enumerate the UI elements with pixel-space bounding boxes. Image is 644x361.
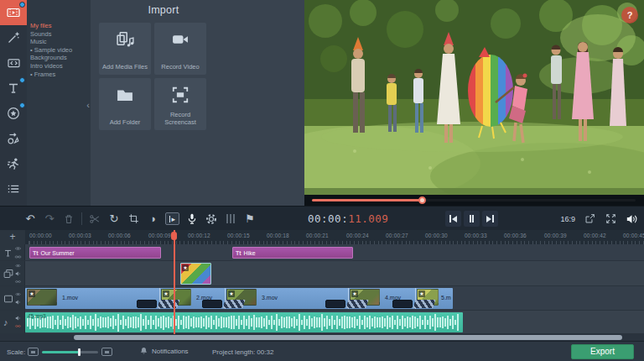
transition-indicator[interactable] — [392, 300, 413, 308]
volume-button[interactable] — [625, 212, 638, 226]
add-track-button[interactable]: + — [0, 230, 25, 244]
sidebar-item-more[interactable] — [0, 176, 27, 201]
ruler-track[interactable]: 00:00:00 00:00:03 00:00:06 00:00:09 00:0… — [25, 230, 644, 244]
pause-button[interactable] — [464, 211, 480, 227]
star-badge-icon: ★ — [182, 264, 189, 271]
ruler-label: 00:00:24 — [346, 233, 369, 238]
playhead-handle[interactable] — [171, 232, 177, 240]
ruler-label: 00:00:33 — [465, 233, 487, 238]
split-icon-arrow: ▸ — [171, 215, 175, 223]
audio-track-header: ♪ — [0, 311, 25, 333]
fullscreen-button[interactable] — [604, 212, 617, 226]
timeline-scale-slider[interactable] — [42, 351, 98, 353]
help-button[interactable]: ? — [621, 7, 638, 24]
timeline-ruler[interactable]: 00:00:00 00:00:03 00:00:06 00:00:09 00:0… — [0, 230, 644, 244]
sidebar-item-import[interactable] — [0, 0, 27, 25]
seek-bar-knob[interactable] — [418, 196, 426, 204]
seek-bar[interactable] — [312, 199, 636, 201]
transition-icon[interactable] — [345, 300, 368, 308]
record-video-label: Record Video — [158, 64, 201, 71]
record-screencast-button[interactable]: Record Screencast — [154, 78, 206, 130]
audio-track-mute-toggle[interactable] — [14, 315, 22, 322]
toolbar-divider — [81, 212, 82, 225]
split-button[interactable]: ▸ — [165, 212, 179, 225]
scissors-icon — [89, 213, 101, 225]
transition-indicator[interactable] — [137, 300, 157, 308]
file-list-item-intro-videos[interactable]: Intro videos — [27, 62, 91, 71]
zoom-fit-icon[interactable] — [28, 348, 39, 356]
next-frame-button[interactable] — [482, 211, 498, 227]
sidebar-item-stickers[interactable] — [0, 101, 27, 126]
transition-icon[interactable] — [413, 300, 435, 308]
title-track-visibility-toggle[interactable] — [14, 245, 22, 252]
color-adjustments-button[interactable]: ◑ — [146, 212, 159, 226]
playhead-line — [174, 230, 175, 334]
transition-icon[interactable] — [222, 300, 245, 308]
overlay-track-visibility-toggle[interactable] — [14, 263, 22, 269]
ruler-label: 00:00:06 — [108, 233, 131, 238]
title-clip-our-summer[interactable]: Tt Our Summer — [29, 247, 161, 259]
video-preview — [304, 0, 644, 195]
clip-properties-button[interactable] — [205, 212, 218, 226]
title-clip-hike[interactable]: Tt Hike — [232, 247, 353, 259]
file-list-item-music[interactable]: Music — [27, 38, 91, 46]
title-track-link-toggle[interactable] — [14, 254, 22, 260]
ruler-label: 00:00:30 — [425, 233, 448, 238]
unpin-preview-button[interactable] — [583, 212, 596, 226]
more-tools-icon — [7, 182, 20, 196]
video-track-visibility-toggle[interactable] — [14, 291, 22, 297]
star-badge-icon: ★ — [163, 290, 169, 297]
file-list-item-backgrounds[interactable]: Backgrounds — [27, 54, 91, 62]
sidebar-item-titles[interactable] — [0, 76, 27, 101]
add-media-files-button[interactable]: Add Media Files — [99, 23, 151, 75]
overlay-track-lane — [0, 261, 644, 286]
video-clip-label: 5.mov — [441, 295, 451, 301]
redo-button[interactable]: ↷ — [43, 212, 56, 226]
transition-icon[interactable] — [157, 300, 179, 308]
record-voice-button[interactable] — [185, 212, 199, 226]
file-list-item-my-files[interactable]: My files — [27, 22, 91, 30]
record-video-button[interactable]: Record Video — [154, 23, 206, 75]
audio-track-link-toggle[interactable] — [14, 323, 22, 329]
export-button[interactable]: Export — [571, 344, 634, 359]
aspect-ratio-button[interactable]: 16:9 — [560, 215, 575, 223]
filters-wand-icon — [7, 31, 20, 44]
ruler-label: 00:00:27 — [386, 233, 408, 238]
zoom-full-icon[interactable] — [101, 348, 112, 356]
overlay-track-link-toggle[interactable] — [14, 279, 22, 285]
transport-controls — [445, 211, 498, 227]
overlay-track-mute-toggle[interactable] — [14, 270, 22, 277]
sidebar-item-animation[interactable] — [0, 151, 27, 176]
folder-icon — [99, 86, 151, 104]
file-list-item-sample-video[interactable]: • Sample video — [27, 46, 91, 55]
sidebar-item-transitions[interactable] — [0, 50, 27, 76]
marker-button[interactable]: ⚑ — [243, 212, 257, 226]
undo-button[interactable]: ↶ — [23, 212, 37, 226]
audio-clip[interactable]: 45.mp3 — [25, 312, 463, 332]
sidebar-item-callouts[interactable] — [0, 126, 27, 151]
sidebar-item-filters[interactable] — [0, 25, 27, 50]
crop-button[interactable] — [127, 212, 140, 226]
track-height-button[interactable] — [224, 212, 237, 226]
previous-frame-button[interactable] — [445, 211, 461, 227]
scrollbar-thumb[interactable] — [74, 335, 622, 340]
transition-indicator[interactable] — [202, 300, 222, 308]
rotate-button[interactable]: ↻ — [107, 212, 121, 226]
transition-indicator[interactable] — [325, 300, 345, 308]
media-files-icon — [99, 30, 151, 49]
cut-button[interactable] — [88, 212, 101, 226]
scale-slider-handle[interactable] — [78, 348, 80, 356]
microphone-icon — [186, 212, 198, 225]
stickers-icon — [7, 107, 20, 120]
video-track-clips[interactable]: ★ 1.mov ★ 2.mov ★ 3.mov ★ 4.mov ★ 5.mov — [25, 288, 453, 309]
title-track-icon — [3, 245, 13, 260]
delete-button[interactable] — [62, 212, 75, 226]
overlay-clip[interactable]: ★ — [180, 263, 211, 285]
file-list-item-sounds[interactable]: Sounds — [27, 30, 91, 39]
video-track-mute-toggle[interactable] — [14, 299, 22, 306]
timeline-horizontal-scrollbar[interactable] — [0, 334, 644, 341]
add-folder-button[interactable]: Add Folder — [99, 78, 151, 130]
notifications-button[interactable]: Notifications — [139, 346, 189, 356]
file-list-item-frames[interactable]: • Frames — [27, 71, 91, 79]
timeline-toolbar: ↶ ↷ ↻ ◑ ▸ ⚑ — [23, 207, 257, 231]
